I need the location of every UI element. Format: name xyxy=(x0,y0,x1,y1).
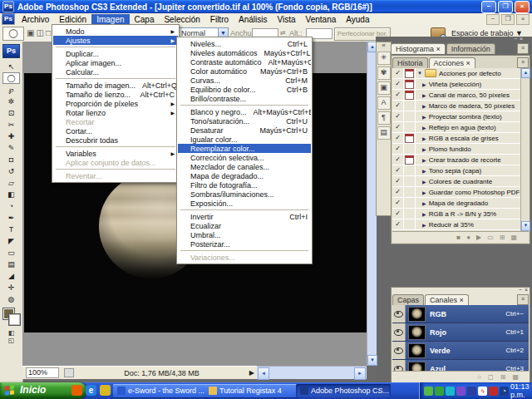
delete-button[interactable]: ▦ xyxy=(510,234,517,241)
clone-source-button[interactable]: ▣ xyxy=(377,81,391,95)
magic-wand-tool[interactable]: ✲ xyxy=(2,96,20,107)
task-button[interactable]: e-Sword - the Sword ... xyxy=(113,384,208,397)
scroll-down-icon[interactable]: ▼ xyxy=(367,355,377,366)
tray-icon-clock[interactable]: ◔ xyxy=(500,387,509,396)
action-dialog-toggle[interactable] xyxy=(404,155,416,165)
type-tool[interactable]: T xyxy=(2,224,20,235)
restore-button[interactable]: ❐ xyxy=(498,1,513,13)
zoom-level-field[interactable]: 100% xyxy=(26,367,59,378)
action-row[interactable]: ✓▶Plomo fundido xyxy=(392,144,520,155)
path-selection-tool[interactable]: ◤ xyxy=(2,235,20,247)
action-checkbox[interactable]: ✓ xyxy=(392,165,404,175)
action-dialog-toggle[interactable] xyxy=(404,79,416,89)
menu-item[interactable]: Ajustes▶ xyxy=(53,36,178,45)
save-selection-button[interactable]: ◻ xyxy=(488,373,494,381)
load-selection-button[interactable]: ○ xyxy=(477,373,481,381)
task-button[interactable]: Tutorial Registax 4 xyxy=(204,384,299,397)
menubar-item-edición[interactable]: Edición xyxy=(54,14,91,25)
expand-icon[interactable]: ▶ xyxy=(422,200,426,206)
selection-mode-icon-2[interactable]: □ xyxy=(46,28,51,37)
expand-icon[interactable]: ▶ xyxy=(422,168,426,174)
character-button[interactable]: A xyxy=(377,96,391,110)
menu-item[interactable]: DesaturarMayús+Ctrl+U xyxy=(178,126,311,135)
menu-item[interactable]: Aplicar imagen... xyxy=(53,58,178,67)
menu-item[interactable]: Blanco y negro...Alt+Mayús+Ctrl+B xyxy=(178,107,311,116)
layer-comps-button[interactable]: ▤ xyxy=(377,126,391,140)
menu-item[interactable]: Mapa de degradado... xyxy=(178,171,311,180)
action-checkbox[interactable]: ✓ xyxy=(392,101,404,111)
action-dialog-toggle[interactable] xyxy=(404,122,416,132)
action-row[interactable]: ✓▶Crear trazado de recorte xyxy=(392,155,520,165)
action-row[interactable]: ✓▶Reducir al 35% xyxy=(392,219,520,230)
tab-informacion[interactable]: Información xyxy=(446,43,495,54)
action-checkbox[interactable]: ✓ xyxy=(392,144,404,154)
menu-item[interactable]: Contraste automáticoAlt+Mayús+Ctrl+L xyxy=(178,57,311,66)
expand-icon[interactable]: ▶ xyxy=(422,190,426,195)
menu-item[interactable]: Corrección selectiva... xyxy=(178,153,311,162)
tab-canales[interactable]: Canales × xyxy=(425,294,469,305)
menu-item[interactable]: Niveles automáticosMayús+Ctrl+L xyxy=(178,48,311,57)
action-dialog-toggle[interactable] xyxy=(404,144,416,154)
expand-icon[interactable]: ▶ xyxy=(422,81,426,87)
action-checkbox[interactable]: ✓ xyxy=(392,187,404,197)
menu-item[interactable]: Modo▶ xyxy=(53,27,178,36)
action-row[interactable]: ✓▶RGB a escala de grises xyxy=(392,133,520,144)
action-dialog-toggle[interactable] xyxy=(404,90,416,100)
menu-item[interactable]: Aplicar conjunto de datos... xyxy=(53,158,178,167)
action-dialog-toggle[interactable] xyxy=(404,111,416,121)
menu-item[interactable]: Recortar xyxy=(53,117,178,126)
elliptical-marquee-tool[interactable]: ◯ xyxy=(2,72,20,84)
visibility-toggle[interactable] xyxy=(392,323,406,341)
scroll-left-icon[interactable]: ◄ xyxy=(258,367,269,380)
selection-mode-icon-0[interactable]: ▣ xyxy=(27,28,34,37)
tab-historia[interactable]: Historia xyxy=(392,57,428,68)
mdi-minimize-button[interactable]: − xyxy=(486,14,500,25)
menubar-item-vista[interactable]: Vista xyxy=(273,14,301,25)
menu-item[interactable]: Equilibrio de color...Ctrl+B xyxy=(178,85,311,94)
scroll-down-icon[interactable]: ▼ xyxy=(521,221,530,231)
screen-mode-button[interactable]: ◱ xyxy=(0,337,22,344)
tray-icon-blue-app[interactable] xyxy=(467,387,476,396)
new-action-button[interactable]: ⊞ xyxy=(500,234,505,241)
brushes-button[interactable]: ✾ xyxy=(377,66,391,80)
action-dialog-toggle[interactable] xyxy=(404,198,416,208)
menu-item[interactable]: Mezclador de canales... xyxy=(178,162,311,171)
action-checkbox[interactable]: ✓ xyxy=(392,155,404,165)
tool-presets-button[interactable]: ✳ xyxy=(377,52,391,65)
action-checkbox[interactable]: ✓ xyxy=(392,219,404,229)
action-checkbox[interactable]: ✓ xyxy=(392,90,404,100)
tab-capas[interactable]: Capas xyxy=(392,294,424,305)
menu-item[interactable]: Sombras/iluminaciones... xyxy=(178,190,311,199)
action-row[interactable]: ✓▶Viñeta (selección) xyxy=(392,79,520,90)
menu-item[interactable]: Igualar color... xyxy=(178,135,311,144)
clone-stamp-tool[interactable]: ◘ xyxy=(2,154,20,165)
hand-tool[interactable]: ✛ xyxy=(2,282,20,293)
menu-item[interactable]: Cortar... xyxy=(53,126,178,135)
paragraph-button[interactable]: ¶ xyxy=(377,111,391,125)
action-row[interactable]: ✓▶Colores de cuadrante xyxy=(392,176,520,187)
selection-mode-icon-1[interactable]: ◫ xyxy=(36,28,43,37)
quick-launch-ie-icon[interactable]: e xyxy=(86,385,96,396)
action-checkbox[interactable]: ✓ xyxy=(392,122,404,132)
brush-tool[interactable]: ✎ xyxy=(2,142,20,154)
eyedropper-tool[interactable]: ◢ xyxy=(2,270,20,282)
action-checkbox[interactable]: ✓ xyxy=(392,209,404,219)
action-dialog-toggle[interactable] xyxy=(404,165,416,175)
menubar-item-ventana[interactable]: Ventana xyxy=(301,14,342,25)
well-close-button[interactable]: × xyxy=(520,36,523,42)
tab-histograma[interactable]: Histograma × xyxy=(391,43,446,54)
zoom-tool[interactable]: ◍ xyxy=(2,293,20,305)
expand-icon[interactable]: ▶ xyxy=(422,222,426,228)
menu-item[interactable]: Reemplazar color... xyxy=(178,144,311,153)
menu-item[interactable]: Tamaño de lienzo...Alt+Ctrl+C xyxy=(53,90,178,99)
menu-item[interactable]: Variaciones... xyxy=(178,253,311,262)
panel-menu-button[interactable]: ≡ xyxy=(517,294,529,305)
mdi-restore-button[interactable]: ❐ xyxy=(501,14,515,25)
action-dialog-toggle[interactable] xyxy=(404,176,416,186)
pen-tool[interactable]: ✒ xyxy=(2,212,20,224)
expand-icon[interactable]: ▶ xyxy=(422,211,426,217)
notes-tool[interactable]: ▤ xyxy=(2,259,20,270)
channel-row[interactable]: RGBCtrl+~ xyxy=(392,305,529,323)
action-dialog-toggle[interactable] xyxy=(404,101,416,111)
menubar-item-ayuda[interactable]: Ayuda xyxy=(341,14,374,25)
